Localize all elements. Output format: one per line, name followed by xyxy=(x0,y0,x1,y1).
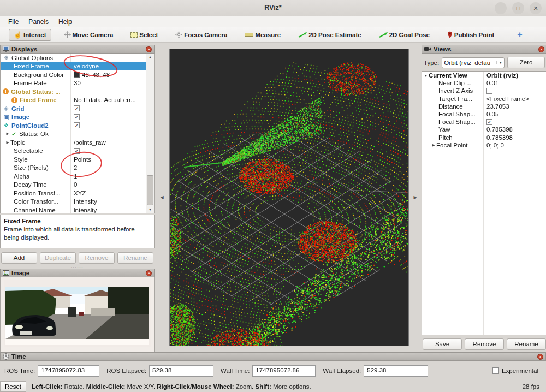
property-row-global-options[interactable]: ⚙Global Options xyxy=(1,54,146,62)
pointcloud-viewport[interactable] xyxy=(169,49,409,346)
row-value[interactable]: Intensity xyxy=(74,198,97,205)
property-row-channel-name[interactable]: Channel Nameintensity xyxy=(1,206,146,213)
menu-help[interactable]: Help xyxy=(54,17,77,27)
property-row-position-transf[interactable]: Position Transf...XYZ xyxy=(1,189,146,198)
scroll-thumb[interactable] xyxy=(147,175,153,205)
remove-tool-button[interactable]: −▾ xyxy=(543,29,546,40)
property-row-global-status[interactable]: !Global Status: ... xyxy=(1,87,146,96)
property-row-size-pixels[interactable]: Size (Pixels)2 xyxy=(1,164,146,173)
collapse-left-icon[interactable]: ◀ xyxy=(160,195,163,200)
property-row-focal-shap[interactable]: Focal Shap...✓ xyxy=(422,118,546,126)
property-row-frame-rate[interactable]: Frame Rate30 xyxy=(1,79,146,88)
property-row-alpha[interactable]: Alpha1 xyxy=(1,172,146,181)
property-row-decay-time[interactable]: Decay Time0 xyxy=(1,181,146,189)
experimental-checkbox[interactable] xyxy=(492,367,499,374)
row-value[interactable]: 0.01 xyxy=(486,80,498,86)
tool-publish-point[interactable]: Publish Point xyxy=(442,29,499,40)
tool-interact[interactable]: ☝Interact xyxy=(9,29,51,41)
view-type-dropdown[interactable]: Orbit (rviz_defau ▼ xyxy=(442,57,505,68)
row-value[interactable]: 30 xyxy=(74,80,81,86)
tool-pose-estimate[interactable]: 2D Pose Estimate xyxy=(293,29,366,40)
remove-button[interactable]: Remove xyxy=(465,338,504,350)
color-swatch[interactable] xyxy=(74,72,80,78)
row-value[interactable]: Orbit (rviz) xyxy=(486,72,518,79)
checkbox[interactable]: ✓ xyxy=(74,105,80,111)
minimize-button[interactable]: – xyxy=(495,2,507,14)
displays-close-icon[interactable] xyxy=(146,46,152,52)
tool-goal-pose[interactable]: 2D Goal Pose xyxy=(374,29,435,40)
field-input[interactable]: 529.38 xyxy=(364,365,428,377)
scroll-up-icon[interactable]: ▲ xyxy=(146,54,154,61)
property-row-background-color[interactable]: Background Color48; 48; 48 xyxy=(1,70,146,79)
tool-measure[interactable]: Measure xyxy=(240,29,286,40)
checkbox[interactable] xyxy=(486,88,492,94)
time-close-icon[interactable] xyxy=(537,354,543,360)
expand-arrow-icon[interactable]: ▶ xyxy=(431,143,436,147)
tool-focus-camera[interactable]: Focus Camera xyxy=(170,29,232,40)
image-panel-header[interactable]: Image xyxy=(0,269,155,277)
row-value[interactable]: XYZ xyxy=(74,190,86,197)
field-input[interactable]: 1747895072.83 xyxy=(38,365,99,377)
image-close-icon[interactable] xyxy=(146,270,152,276)
rename-button[interactable]: Rename xyxy=(507,338,546,350)
zero-button[interactable]: Zero xyxy=(507,57,545,68)
displays-scrollbar[interactable]: ▲ ▼ xyxy=(146,54,154,213)
checkbox[interactable]: ✓ xyxy=(74,148,80,154)
maximize-button[interactable]: □ xyxy=(512,2,524,14)
row-value[interactable]: 0.785398 xyxy=(486,126,513,133)
checkbox[interactable]: ✓ xyxy=(486,119,492,125)
add-tool-button[interactable]: + xyxy=(512,29,527,41)
property-row-topic[interactable]: ▶Topic/points_raw xyxy=(1,138,146,147)
row-value[interactable]: <Fixed Frame> xyxy=(486,96,529,102)
experimental-toggle[interactable]: Experimental xyxy=(492,367,538,374)
property-row-target-fra[interactable]: Target Fra...<Fixed Frame> xyxy=(422,95,546,103)
checkbox[interactable]: ✓ xyxy=(74,122,80,128)
property-row-distance[interactable]: Distance23.7053 xyxy=(422,103,546,110)
row-value[interactable]: 0 xyxy=(74,181,77,188)
row-value[interactable]: 2 xyxy=(74,164,77,171)
row-value[interactable]: 0.785398 xyxy=(486,134,513,141)
row-value[interactable]: /points_raw xyxy=(74,139,106,146)
row-value[interactable]: velodyne xyxy=(74,63,99,69)
views-close-icon[interactable] xyxy=(538,46,544,52)
property-row-near-clip[interactable]: Near Clip ...0.01 xyxy=(422,79,546,87)
property-row-yaw[interactable]: Yaw0.785398 xyxy=(422,126,546,133)
scroll-down-icon[interactable]: ▼ xyxy=(146,206,154,213)
collapse-right-icon[interactable]: ▶ xyxy=(413,195,417,200)
property-row-color-transfor[interactable]: Color Transfor...Intensity xyxy=(1,198,146,206)
property-row-current-view[interactable]: ▼Current ViewOrbit (rviz) xyxy=(422,72,546,79)
save-button[interactable]: Save xyxy=(423,338,462,350)
reset-button[interactable]: Reset xyxy=(0,381,26,392)
property-row-invert-z-axis[interactable]: Invert Z Axis xyxy=(422,87,546,94)
expand-arrow-icon[interactable]: ▶ xyxy=(5,132,10,136)
row-value[interactable]: 0; 0; 0 xyxy=(486,142,504,149)
menu-panels[interactable]: Panels xyxy=(23,17,54,27)
property-row-fixed-frame[interactable]: !Fixed FrameNo tf data. Actual err... xyxy=(1,96,146,105)
row-value[interactable]: 0.05 xyxy=(486,111,498,117)
property-row-pitch[interactable]: Pitch0.785398 xyxy=(422,134,546,141)
row-value[interactable]: intensity xyxy=(74,207,97,213)
expand-arrow-icon[interactable]: ▼ xyxy=(423,74,429,78)
displays-panel-header[interactable]: Displays xyxy=(0,45,155,54)
right-splitter[interactable]: ▶ xyxy=(409,43,422,352)
views-panel-header[interactable]: Views xyxy=(422,45,546,54)
property-row-style[interactable]: StylePoints xyxy=(1,155,146,164)
time-panel-header[interactable]: Time xyxy=(0,352,546,361)
display-item-image[interactable]: ▣Image✓ xyxy=(1,113,146,122)
menu-file[interactable]: File xyxy=(3,17,23,27)
row-value[interactable]: 48; 48; 48 xyxy=(82,72,110,78)
property-row-selectable[interactable]: Selectable✓ xyxy=(1,147,146,156)
row-value[interactable]: 1 xyxy=(74,173,77,180)
close-button[interactable]: ✕ xyxy=(530,2,542,14)
property-row-status-ok[interactable]: ▶✔Status: Ok xyxy=(1,130,146,139)
tool-select[interactable]: Select xyxy=(126,29,163,40)
checkbox[interactable]: ✓ xyxy=(74,114,80,120)
expand-arrow-icon[interactable]: ▶ xyxy=(5,140,10,145)
property-row-focal-point[interactable]: ▶Focal Point0; 0; 0 xyxy=(422,141,546,149)
add-button[interactable]: Add xyxy=(1,252,37,264)
field-input[interactable]: 529.38 xyxy=(149,365,213,377)
left-splitter[interactable]: ◀ xyxy=(155,43,169,352)
field-input[interactable]: 1747895072.86 xyxy=(252,365,316,377)
property-row-fixed-frame[interactable]: Fixed Framevelodyne xyxy=(1,62,146,71)
display-item-pointcloud2[interactable]: ❖PointCloud2✓ xyxy=(1,121,146,130)
